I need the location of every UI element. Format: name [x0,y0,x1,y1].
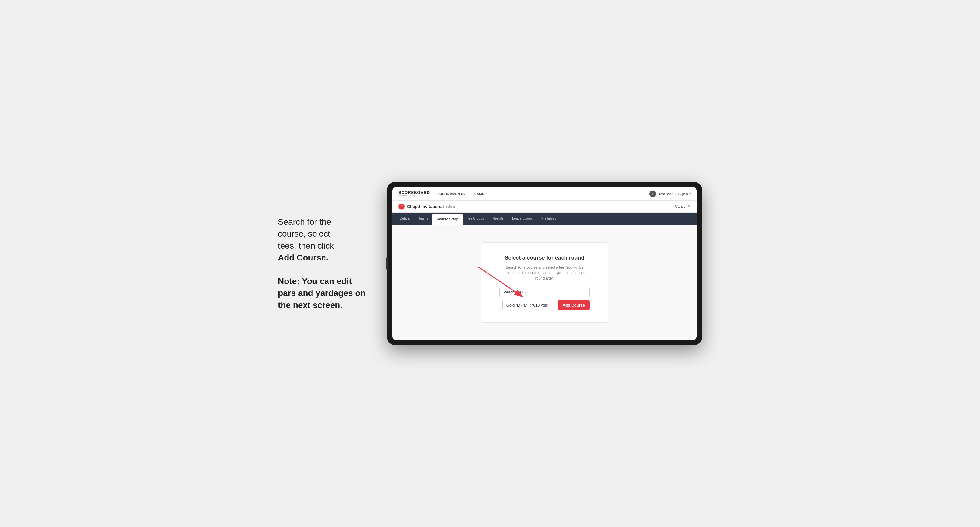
user-name: Test User [659,192,673,196]
add-course-button[interactable]: Add Course [558,300,590,310]
tab-details[interactable]: Details [395,213,414,225]
tournament-name: C Clippd Invitational (Men) [398,203,455,210]
nav-links: TOURNAMENTS TEAMS [437,191,485,197]
tab-leaderboards[interactable]: Leaderboards [508,213,537,225]
sign-out-link[interactable]: Sign out [678,192,690,196]
tablet-screen: SCOREBOARD Powered by clippd TOURNAMENTS… [393,187,697,340]
course-select-panel: Select a course for each round Search fo… [481,242,608,322]
panel-title: Select a course for each round [500,255,590,261]
tab-results[interactable]: Results [488,213,508,225]
nav-right: T Test User | Sign out [649,190,690,197]
course-search-input[interactable] [500,287,590,297]
tournament-logo: C [398,203,404,210]
panel-description: Search for a course and select a tee. Yo… [502,265,587,281]
tournament-badge: (Men) [446,205,455,208]
close-icon: ✕ [687,205,690,209]
annotation-cta: Add Course. [278,253,328,262]
tab-teams[interactable]: Teams [414,213,433,225]
tablet-side-button [387,257,388,270]
tee-select[interactable]: Gold (M) (M) (7010 yds) [503,300,552,310]
page-wrapper: Search for the course, select tees, then… [278,182,702,345]
tournament-header: C Clippd Invitational (Men) Cancel ✕ [393,200,697,213]
cancel-button[interactable]: Cancel ✕ [675,205,690,209]
main-content: Select a course for each round Search fo… [393,225,697,340]
annotation-note: Note: You can edit pars and yardages on … [278,275,369,311]
app-navbar: SCOREBOARD Powered by clippd TOURNAMENTS… [393,187,697,200]
tee-select-row: Gold (M) (M) (7010 yds) Add Course [500,300,590,310]
user-avatar: T [649,190,656,197]
tab-printables[interactable]: Printables [537,213,560,225]
tee-select-wrapper: Gold (M) (M) (7010 yds) [500,300,555,310]
tab-bar: Details Teams Course Setup Tee Groups Re… [393,213,697,225]
tablet-device: SCOREBOARD Powered by clippd TOURNAMENTS… [387,182,702,345]
tab-tee-groups[interactable]: Tee Groups [463,213,488,225]
nav-tournaments[interactable]: TOURNAMENTS [437,191,465,197]
tournament-title: Clippd Invitational [407,204,444,209]
app-logo: SCOREBOARD Powered by clippd [398,190,430,197]
nav-teams[interactable]: TEAMS [472,191,485,197]
tab-course-setup[interactable]: Course Setup [433,214,463,225]
logo-subtitle: Powered by clippd [398,194,430,197]
annotation-text: Search for the course, select tees, then… [278,216,369,264]
left-annotation: Search for the course, select tees, then… [278,216,369,311]
